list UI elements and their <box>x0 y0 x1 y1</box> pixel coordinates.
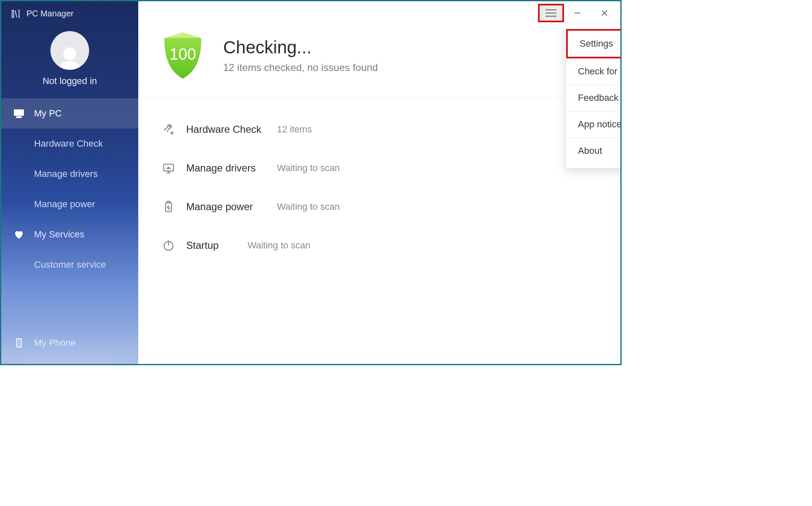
scan-list: Hardware Check 12 items Manage drivers W… <box>138 98 620 277</box>
menu-item-settings[interactable]: Settings <box>566 29 622 58</box>
scan-header-text: Checking... 12 items checked, no issues … <box>223 37 378 74</box>
drivers-icon <box>162 161 175 175</box>
scan-row-status: Waiting to scan <box>248 240 311 251</box>
login-status[interactable]: Not logged in <box>1 76 138 87</box>
heart-icon <box>13 229 25 240</box>
scan-row-hardware[interactable]: Hardware Check 12 items <box>162 110 597 149</box>
sidebar-item-label: My Services <box>34 229 84 240</box>
scan-row-drivers[interactable]: Manage drivers Waiting to scan <box>162 149 597 187</box>
scan-row-status: Waiting to scan <box>277 201 340 212</box>
sidebar-item-my-services[interactable]: My Services <box>1 219 138 250</box>
shield-icon: 100 <box>162 31 204 80</box>
menu-item-app-notice[interactable]: App notice <box>566 111 622 138</box>
sidebar-item-label: Hardware Check <box>34 138 103 149</box>
sidebar-item-manage-power[interactable]: Manage power <box>1 189 138 219</box>
sidebar-item-label: Manage drivers <box>34 169 98 179</box>
monitor-icon <box>13 108 25 119</box>
power-icon <box>162 239 175 252</box>
scan-row-status: Waiting to scan <box>277 163 340 174</box>
svg-rect-2 <box>14 109 24 116</box>
sidebar-item-label: My Phone <box>34 337 76 348</box>
menu-item-label: App notice <box>578 119 622 129</box>
profile-section: Not logged in <box>1 31 138 87</box>
app-window: PC Manager Not logged in My PC Hardware … <box>0 0 622 365</box>
svg-rect-14 <box>167 201 170 203</box>
scan-row-label: Hardware Check <box>186 124 266 135</box>
app-title: PC Manager <box>26 9 74 18</box>
scan-row-status: 12 items <box>277 124 312 135</box>
scan-title: Checking... <box>223 37 378 58</box>
window-controls <box>538 4 618 22</box>
battery-icon <box>162 200 175 213</box>
scan-row-label: Manage power <box>186 201 266 213</box>
scan-row-label: Manage drivers <box>186 162 266 174</box>
phone-icon <box>13 338 25 348</box>
sidebar-item-my-phone[interactable]: My Phone <box>1 331 138 355</box>
sidebar-nav: My PC Hardware Check Manage drivers Mana… <box>1 98 138 280</box>
scan-row-label: Startup <box>186 240 237 251</box>
close-button[interactable] <box>591 4 618 22</box>
svg-rect-3 <box>17 117 21 118</box>
scan-row-startup[interactable]: Startup Waiting to scan <box>162 226 597 265</box>
sidebar-item-label: My PC <box>34 108 62 119</box>
menu-item-label: Check for updates <box>578 66 622 76</box>
scan-row-power[interactable]: Manage power Waiting to scan <box>162 187 597 226</box>
menu-item-label: About <box>578 145 602 156</box>
svg-rect-0 <box>12 10 14 17</box>
sidebar-bottom: My Phone <box>1 331 138 355</box>
scan-score: 100 <box>162 28 204 80</box>
svg-point-11 <box>171 132 173 134</box>
menu-button[interactable] <box>538 4 564 22</box>
settings-menu: Settings Check for updates Feedback App … <box>566 25 622 168</box>
menu-item-check-updates[interactable]: Check for updates <box>566 58 622 85</box>
sidebar-item-manage-drivers[interactable]: Manage drivers <box>1 159 138 189</box>
minimize-button[interactable] <box>564 4 591 22</box>
sidebar-item-hardware-check[interactable]: Hardware Check <box>1 129 138 159</box>
avatar[interactable] <box>50 31 89 70</box>
scan-subtitle: 12 items checked, no issues found <box>223 62 378 74</box>
svg-rect-13 <box>166 203 171 212</box>
menu-item-label: Feedback <box>578 92 619 103</box>
sidebar-item-label: Manage power <box>34 199 95 210</box>
sidebar-item-my-pc[interactable]: My PC <box>1 98 138 129</box>
sidebar-item-customer-service[interactable]: Customer service <box>1 250 138 280</box>
tool-icon <box>162 123 175 136</box>
menu-item-label: Settings <box>580 38 613 49</box>
app-logo-icon <box>11 9 21 18</box>
main-area: Settings Cancel Settings Check for updat… <box>138 1 620 364</box>
svg-rect-4 <box>16 339 21 347</box>
menu-item-about[interactable]: About <box>566 138 622 164</box>
sidebar: PC Manager Not logged in My PC Hardware … <box>1 1 138 364</box>
menu-item-feedback[interactable]: Feedback <box>566 85 622 111</box>
sidebar-header: PC Manager <box>1 1 138 18</box>
svg-point-1 <box>63 47 76 61</box>
sidebar-item-label: Customer service <box>34 259 106 270</box>
